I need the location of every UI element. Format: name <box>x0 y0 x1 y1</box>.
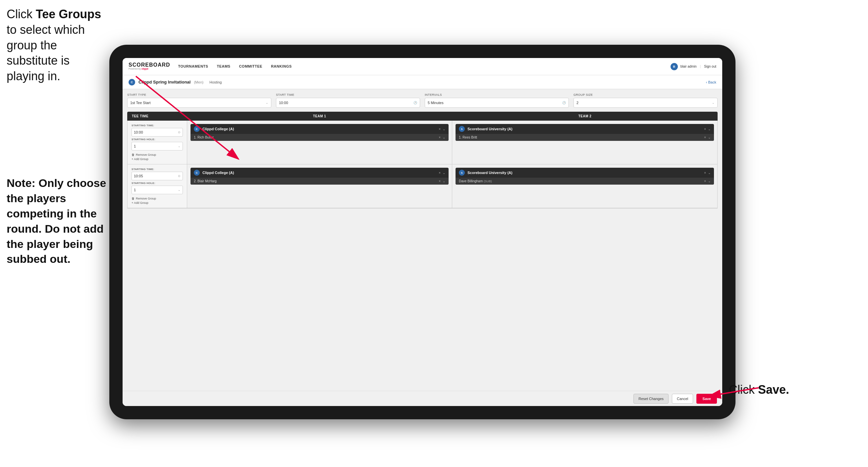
team2-cell-2: S Scoreboard University (A) × ⌄ Dave Bil… <box>452 165 717 208</box>
player-controls-2-2-1: × ⌄ <box>704 179 711 183</box>
save-bold: Save. <box>758 383 789 397</box>
logo-area: SCOREBOARD Powered by clippd <box>128 62 170 70</box>
team-chevron-icon-1-2[interactable]: ⌄ <box>443 171 445 175</box>
player-close-icon-1-1-1[interactable]: × <box>439 136 441 139</box>
team-card-header-2-2: S Scoreboard University (A) × ⌄ <box>456 168 714 178</box>
add-group-btn-2[interactable]: + Add Group <box>131 201 183 204</box>
remove-group-btn-2[interactable]: 🗑 Remove Group <box>131 197 183 200</box>
player-name-2-2-1: Dave Billingham (SUB) <box>459 179 701 183</box>
team-name-2-2: Scoreboard University (A) <box>467 171 701 175</box>
player-chevron-icon-2-1-1[interactable]: ⌄ <box>708 136 711 139</box>
team-close-icon-1-2[interactable]: × <box>439 171 441 175</box>
note-text: Note: Only choose the players competing … <box>7 176 109 267</box>
player-close-icon-2-1-1[interactable]: × <box>704 136 706 139</box>
starting-time-input-1[interactable]: 10:00 ⊙ <box>131 128 183 137</box>
team-chevron-icon-2-2[interactable]: ⌄ <box>708 171 711 175</box>
bottom-bar: Reset Changes Cancel Save <box>123 391 722 406</box>
clock-icon-2: ⊙ <box>178 174 181 178</box>
intervals-input[interactable]: 5 Minutes 🕐 <box>425 98 569 108</box>
player-row-1-1-1: 1. Rich Butler × ⌄ <box>190 134 448 141</box>
sub-header: C Clippd Spring Invitational (Men) Hosti… <box>123 75 722 89</box>
group-row-2: STARTING TIME: 10:05 ⊙ STARTING HOLE: 1 … <box>128 165 717 208</box>
group-row: STARTING TIME: 10:00 ⊙ STARTING HOLE: 1 … <box>128 121 717 165</box>
player-controls-2-1-1: × ⌄ <box>704 136 711 139</box>
team-controls-2-1: × ⌄ <box>704 127 711 131</box>
team1-cell-1: C Clippd College (A) × ⌄ 1. Rich Butler <box>187 121 452 164</box>
team-chevron-icon-1-1[interactable]: ⌄ <box>443 127 445 131</box>
starting-hole-input-1[interactable]: 1 ⌄ <box>131 142 183 150</box>
logo-scoreboard: SCOREBOARD <box>128 62 170 68</box>
remove-group-btn-1[interactable]: 🗑 Remove Group <box>131 153 183 156</box>
tournament-title: Clippd Spring Invitational <box>138 80 190 85</box>
th-tee-time: Tee Time <box>127 112 187 121</box>
save-button[interactable]: Save <box>696 394 717 404</box>
settings-row: Start Type 1st Tee Start ⌄ Start Time 10… <box>127 93 718 108</box>
player-close-icon-1-2-1[interactable]: × <box>439 179 441 183</box>
start-type-chevron-icon: ⌄ <box>266 101 268 105</box>
team-name-1-2: Clippd College (A) <box>203 171 436 175</box>
nav-tournaments[interactable]: TOURNAMENTS <box>178 63 208 70</box>
th-team2: Team 2 <box>452 112 718 121</box>
starting-time-input-2[interactable]: 10:05 ⊙ <box>131 172 183 180</box>
hosting-label: Hosting <box>209 80 222 84</box>
starting-time-label-1: STARTING TIME: <box>131 124 183 127</box>
start-time-input[interactable]: 10:00 🕐 <box>276 98 420 108</box>
starting-hole-label-2: STARTING HOLE: <box>131 182 183 185</box>
start-type-label: Start Type <box>127 93 271 96</box>
team-card-2-2: S Scoreboard University (A) × ⌄ Dave Bil… <box>456 168 714 185</box>
start-type-input[interactable]: 1st Tee Start ⌄ <box>127 98 271 108</box>
nav-admin-text: blair admin <box>681 65 697 68</box>
tablet-shell: SCOREBOARD Powered by clippd TOURNAMENTS… <box>109 45 736 419</box>
team-card-1-1: C Clippd College (A) × ⌄ 1. Rich Butler <box>190 124 448 141</box>
team-close-icon-1-1[interactable]: × <box>439 127 441 131</box>
team-badge-2-1: S <box>459 126 465 132</box>
team-controls-2-2: × ⌄ <box>704 171 711 175</box>
team-controls-1-2: × ⌄ <box>439 171 445 175</box>
team-controls-1-1: × ⌄ <box>439 127 445 131</box>
team-close-icon-2-2[interactable]: × <box>704 171 706 175</box>
cancel-button[interactable]: Cancel <box>672 394 693 404</box>
nav-rankings[interactable]: RANKINGS <box>271 63 292 70</box>
player-controls-1-2-1: × ⌄ <box>439 179 445 183</box>
team-badge-1-2: C <box>194 170 200 176</box>
player-chevron-icon-1-2-1[interactable]: ⌄ <box>443 179 445 183</box>
starting-hole-label-1: STARTING HOLE: <box>131 138 183 141</box>
player-row-1-2-1: 2. Blair McHarg × ⌄ <box>190 178 448 185</box>
click-save-text: Click Save. <box>729 383 789 397</box>
starting-hole-input-2[interactable]: 1 ⌄ <box>131 185 183 194</box>
add-group-btn-1[interactable]: + Add Group <box>131 157 183 161</box>
player-close-icon-2-2-1[interactable]: × <box>704 179 706 183</box>
note-bold: Only choose the players competing in the… <box>7 177 106 265</box>
th-team1: Team 1 <box>187 112 452 121</box>
player-row-2-2-1: Dave Billingham (SUB) × ⌄ <box>456 178 714 185</box>
team2-cell-1: S Scoreboard University (A) × ⌄ 1. Rees … <box>452 121 717 164</box>
player-name-1-1-1: 1. Rich Butler <box>194 136 436 139</box>
nav-teams[interactable]: TEAMS <box>217 63 230 70</box>
team-chevron-icon-2-1[interactable]: ⌄ <box>708 127 711 131</box>
nav-avatar: B <box>671 63 678 70</box>
player-controls-1-1-1: × ⌄ <box>439 136 445 139</box>
group-1-actions: 🗑 Remove Group + Add Group <box>131 153 183 161</box>
back-button[interactable]: ‹ Back <box>706 80 716 84</box>
team-card-header-1-1: C Clippd College (A) × ⌄ <box>190 124 448 134</box>
nav-signout[interactable]: Sign out <box>704 65 716 68</box>
intervals-group: Intervals 5 Minutes 🕐 <box>425 93 569 108</box>
hole-chevron-icon-2: ⌄ <box>178 188 181 192</box>
team-card-header-1-2: C Clippd College (A) × ⌄ <box>190 168 448 178</box>
reset-changes-button[interactable]: Reset Changes <box>633 394 669 404</box>
team1-cell-2: C Clippd College (A) × ⌄ 2. Blair McHarg <box>187 165 452 208</box>
starting-time-label-2: STARTING TIME: <box>131 168 183 171</box>
player-chevron-icon-2-2-1[interactable]: ⌄ <box>708 179 711 183</box>
team-card-header-2-1: S Scoreboard University (A) × ⌄ <box>456 124 714 134</box>
hole-chevron-icon-1: ⌄ <box>178 145 181 148</box>
team-name-2-1: Scoreboard University (A) <box>467 127 701 131</box>
player-chevron-icon-1-1-1[interactable]: ⌄ <box>443 136 445 139</box>
team-name-1-1: Clippd College (A) <box>203 127 436 131</box>
team-close-icon-2-1[interactable]: × <box>704 127 706 131</box>
nav-committee[interactable]: COMMITTEE <box>239 63 262 70</box>
group-size-input[interactable]: 2 ⌄ <box>574 98 718 108</box>
sub-header-badge: C <box>128 79 135 86</box>
player-row-2-1-1: 1. Rees Britt × ⌄ <box>456 134 714 141</box>
player-name-2-1-1: 1. Rees Britt <box>459 136 701 139</box>
start-type-group: Start Type 1st Tee Start ⌄ <box>127 93 271 108</box>
